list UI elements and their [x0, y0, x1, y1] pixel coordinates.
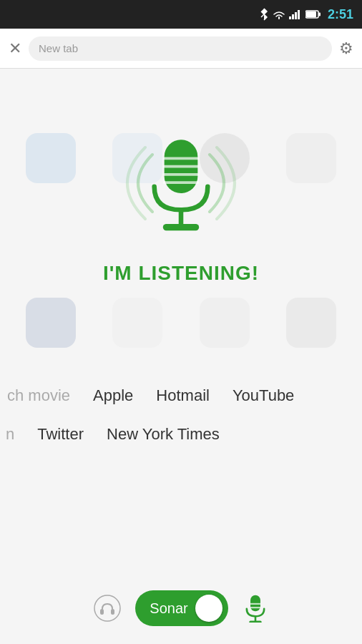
svg-rect-18 [100, 609, 104, 615]
svg-point-2 [278, 17, 280, 19]
quick-link-twitter[interactable]: Twitter [26, 419, 95, 449]
sonar-headset-icon [94, 595, 121, 622]
close-button[interactable]: ✕ [9, 39, 21, 58]
sonar-mic-icon[interactable] [243, 594, 268, 623]
svg-rect-3 [289, 16, 291, 19]
settings-button[interactable]: ⚙ [339, 39, 353, 58]
status-bar: 2:51 [0, 0, 362, 29]
svg-line-1 [261, 14, 264, 17]
bottom-bar: Sonar [0, 572, 362, 644]
quick-link-newyorktimes[interactable]: New York Times [95, 419, 231, 449]
svg-rect-8 [306, 11, 316, 17]
battery-icon [305, 10, 321, 19]
microphone-icon [142, 133, 220, 233]
quick-links-row-1: ch movie Apple Hotmail YouTube [0, 376, 362, 415]
quick-link-hotmail[interactable]: Hotmail [145, 381, 221, 411]
sonar-label: Sonar [150, 600, 187, 617]
svg-rect-5 [295, 12, 297, 19]
svg-point-17 [94, 595, 120, 621]
status-icons: 2:51 [259, 7, 353, 22]
quick-link-watch-movie[interactable]: ch movie [0, 381, 82, 411]
listening-area: I'M LISTENING! [0, 112, 362, 285]
main-content: I'M LISTENING! ch movie Apple Hotmail Yo… [0, 69, 362, 644]
bg-icon-8 [286, 298, 336, 348]
quick-link-n[interactable]: n [0, 419, 26, 449]
quick-links-row-2: n Twitter New York Times [0, 415, 362, 454]
quick-link-apple[interactable]: Apple [82, 381, 145, 411]
top-bar: ✕ New tab ⚙ [0, 29, 362, 69]
address-bar[interactable]: New tab [29, 36, 332, 61]
svg-rect-4 [292, 14, 294, 19]
sonar-toggle[interactable]: Sonar [135, 590, 228, 626]
svg-rect-19 [111, 609, 114, 615]
bg-icon-5 [26, 298, 76, 348]
wifi-icon [273, 9, 285, 19]
svg-rect-16 [163, 224, 199, 230]
bg-icon-6 [112, 298, 162, 348]
svg-rect-24 [249, 620, 261, 623]
quick-links: ch movie Apple Hotmail YouTube n Twitter… [0, 376, 362, 454]
svg-rect-6 [298, 10, 300, 19]
toggle-circle [195, 595, 222, 622]
signal-icon [289, 9, 302, 19]
tab-label: New tab [39, 42, 78, 54]
status-time: 2:51 [328, 7, 353, 22]
bluetooth-icon [259, 8, 269, 21]
bg-icon-7 [200, 298, 250, 348]
listening-text: I'M LISTENING! [103, 262, 259, 285]
mic-container [109, 112, 253, 255]
svg-rect-9 [318, 13, 321, 16]
quick-link-youtube[interactable]: YouTube [221, 381, 305, 411]
